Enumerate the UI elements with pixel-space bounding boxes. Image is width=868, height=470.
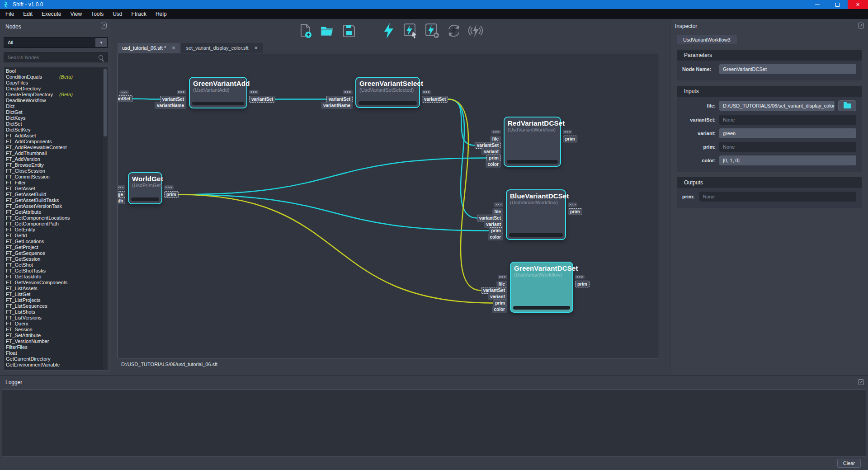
new-file-button[interactable] (297, 22, 314, 39)
input-port-stage[interactable]: stage (118, 191, 125, 198)
tab-usd-tutorial-06-sft-[interactable]: usd_tutorial_06.sft *✕ (118, 43, 180, 53)
live-execute-button[interactable] (467, 22, 484, 39)
menu-item-help[interactable]: Help (151, 9, 171, 19)
input-port-variant[interactable]: variant (488, 293, 507, 300)
graph-node-GreenVariantDCSet[interactable]: GreenVariantDCSet(UsdVariantWorkflow) (510, 262, 573, 313)
list-item[interactable]: FT_Filter (6, 180, 108, 186)
inspector-float-icon[interactable]: ↗ (858, 23, 864, 28)
list-item[interactable]: FT_Session (6, 327, 108, 333)
input-port-color[interactable]: color (488, 234, 503, 240)
list-item[interactable]: FilterFiles (6, 344, 108, 350)
list-item[interactable]: FT_ListSequences (6, 303, 108, 309)
menu-item-edit[interactable]: Edit (19, 9, 37, 19)
list-item[interactable]: DictGet (6, 109, 108, 115)
list-item[interactable]: FT_AddThumbnail (6, 150, 108, 156)
list-item[interactable]: CopyFiles (6, 80, 108, 86)
maximize-button[interactable] (827, 0, 848, 9)
list-item[interactable]: ConditionEquals(Beta) (6, 74, 108, 80)
list-item[interactable]: FT_GetAttribute (6, 209, 108, 215)
list-item[interactable]: FT_ListAssets (6, 286, 108, 291)
list-item[interactable]: FT_GetAsset (6, 186, 108, 192)
list-item[interactable]: FT_GetSession (6, 256, 108, 262)
list-item[interactable]: GetEnvironmentVariable (6, 362, 108, 368)
list-item[interactable]: FT_GetComponentPath (6, 221, 108, 227)
menu-item-tools[interactable]: Tools (86, 9, 108, 19)
list-item[interactable]: FT_CommitSession (6, 174, 108, 180)
re-execute-button[interactable] (445, 22, 462, 39)
execute-selected-button[interactable] (402, 22, 419, 39)
browse-file-button[interactable] (838, 100, 856, 111)
input-port-variantSet[interactable]: variantSet (475, 142, 501, 149)
chevron-down-icon[interactable]: ▼ (95, 38, 107, 47)
close-button[interactable]: ✕ (848, 0, 868, 9)
field-value[interactable]: GreenVariantDCSet (719, 64, 856, 74)
output-port-prim[interactable]: prim (164, 191, 179, 198)
wire-WorldGet.prim-to-BlueVariantDCSet.prim[interactable] (179, 195, 489, 231)
input-port-variantSet[interactable]: variantSet (326, 96, 353, 103)
list-item[interactable]: FT_VersionNumber (6, 338, 108, 344)
list-item[interactable]: CreateTempDirectory(Beta) (6, 92, 108, 98)
list-item[interactable]: FT_GetLocations (6, 239, 108, 244)
list-item[interactable]: FT_GetShotTasks (6, 268, 108, 274)
execute-node-button[interactable] (424, 22, 441, 39)
list-item[interactable]: FT_GetProject (6, 244, 108, 250)
list-item[interactable]: FT_GetComponentLocations (6, 215, 108, 221)
field-value[interactable]: [0, 1, 0] (719, 155, 856, 165)
node-filter-dropdown[interactable]: All ▼ (4, 37, 108, 48)
node-graph-canvas[interactable]: GreenVariantAdd(UsdVariantAdd)>>>variant… (118, 53, 659, 358)
list-item[interactable]: FT_GetAssetBuildTasks (6, 197, 108, 203)
graph-node-BlueVariantDCSet[interactable]: BlueVariantDCSet(UsdVariantWorkflow) (506, 189, 566, 240)
input-port-variant[interactable]: variant (484, 221, 503, 228)
list-item[interactable]: Bool (6, 68, 108, 74)
clear-button[interactable]: Clear (837, 459, 861, 468)
graph-node-GreenVariantSelect[interactable]: GreenVariantSelect(UsdVariantSetSelected… (355, 77, 420, 108)
input-port-variantSet[interactable]: variantSet (160, 96, 186, 103)
nodes-panel-float-icon[interactable]: ↗ (101, 23, 107, 28)
menu-item-execute[interactable]: Execute (37, 9, 66, 19)
list-item[interactable]: FT_AddVersion (6, 156, 108, 162)
input-port-file[interactable]: file (490, 136, 501, 142)
input-port-color[interactable]: color (492, 306, 507, 313)
list-item[interactable]: FT_AddComponents (6, 139, 108, 145)
list-item[interactable]: FT_ListGet (6, 291, 108, 297)
list-item[interactable]: DictKeys (6, 115, 108, 121)
inspector-node-tab[interactable]: UsdVariantWorkflow3 (677, 35, 737, 44)
list-item[interactable]: GetCurrentDirectory (6, 356, 108, 362)
wire-WorldGet.prim-to-GreenVariantDCSet.prim[interactable] (179, 195, 493, 303)
input-port-file[interactable]: file (496, 281, 507, 287)
input-port-path[interactable]: path (118, 197, 125, 204)
list-item[interactable]: FT_AddReviewableContent (6, 145, 108, 150)
list-item[interactable]: FT_GetId (6, 233, 108, 239)
input-port-prim[interactable]: prim (489, 227, 503, 234)
list-item[interactable]: FT_GetSequence (6, 250, 108, 256)
graph-node-WorldGet[interactable]: WorldGet(UsdPrimGet) (128, 172, 162, 204)
scrollbar-handle[interactable] (104, 69, 107, 136)
execute-button[interactable] (380, 22, 397, 39)
menu-item-usd[interactable]: Usd (108, 9, 127, 19)
input-port-variantName[interactable]: variantName (155, 102, 186, 109)
logger-float-icon[interactable]: ↗ (858, 379, 864, 385)
list-item[interactable]: FT_GetTaskInfo (6, 274, 108, 280)
tab-close-icon[interactable]: ✕ (171, 46, 175, 51)
node-type-list[interactable]: BoolConditionEquals(Beta)CopyFilesCreate… (4, 67, 108, 371)
list-item[interactable]: Dict (6, 103, 108, 109)
list-item[interactable]: FT_Query (6, 321, 108, 327)
input-port-variantSet[interactable]: variantSet (477, 215, 503, 221)
input-port-variantName[interactable]: variantName (321, 102, 353, 109)
list-item[interactable]: Float (6, 350, 108, 356)
list-item[interactable]: FT_BrowseEntity (6, 162, 108, 168)
output-port-prim[interactable]: prim (563, 136, 577, 142)
list-item[interactable]: FT_CloseSession (6, 168, 108, 174)
graph-node-RedVariantDCSet[interactable]: RedVariantDCSet(UsdVariantWorkflow) (504, 117, 561, 167)
open-file-button[interactable] (319, 22, 336, 39)
list-item[interactable]: FT_AddAsset (6, 133, 108, 139)
output-port-prim[interactable]: prim (575, 281, 590, 287)
input-port-prim[interactable]: prim (486, 155, 501, 161)
save-file-button[interactable] (340, 22, 358, 39)
graph-node-GreenVariantAdd[interactable]: GreenVariantAdd(UsdVariantAdd) (189, 77, 247, 108)
field-value[interactable]: D:/USD_TUTORIALS/06/set_variant_display_… (719, 101, 835, 111)
field-value[interactable]: green (719, 128, 856, 138)
list-item[interactable]: CreateDirectory (6, 86, 108, 92)
wire-WorldGet.prim-to-RedVariantDCSet.prim[interactable] (179, 158, 486, 195)
menu-item-ftrack[interactable]: Ftrack (127, 9, 151, 19)
